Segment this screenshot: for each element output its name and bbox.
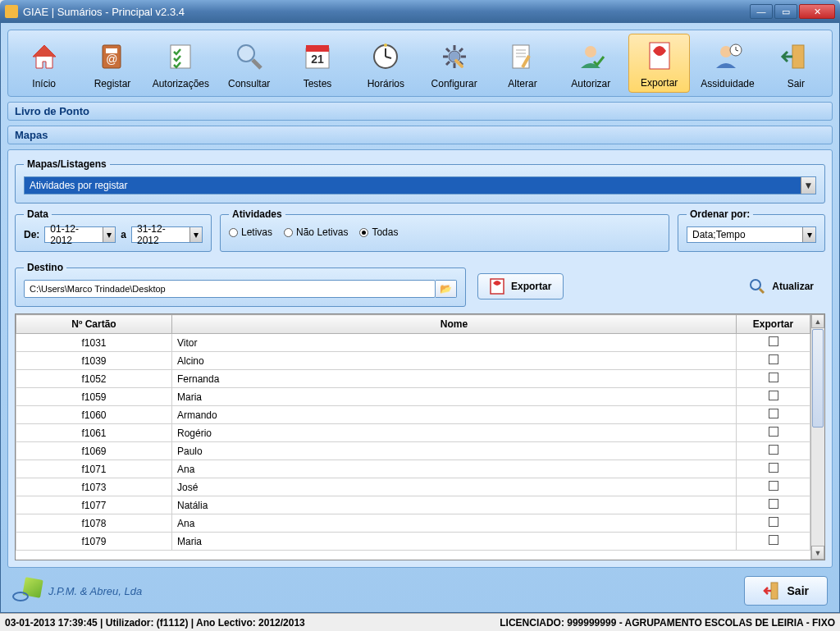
toolbar-label: Autorizar — [571, 78, 610, 89]
scroll-thumb[interactable] — [812, 329, 824, 428]
export-checkbox[interactable] — [769, 336, 778, 346]
cell-cartao: f1071 — [16, 460, 172, 478]
toolbar-label: Horários — [368, 78, 404, 89]
cell-nome: Natália — [172, 496, 737, 514]
toolbar-label: Registar — [94, 78, 131, 89]
table-row[interactable]: f1071Ana — [16, 460, 810, 478]
table-row[interactable]: f1060Armando — [16, 406, 810, 424]
export-checkbox[interactable] — [769, 517, 778, 527]
window-title: GIAE | Sumários - Principal v2.3.4 — [23, 6, 750, 18]
svg-line-20 — [446, 62, 450, 65]
toolbar-alterar[interactable]: Alterar — [491, 34, 553, 93]
scroll-down-icon[interactable]: ▼ — [811, 546, 824, 560]
svg-point-13 — [449, 51, 460, 62]
toolbar-registar[interactable]: @Registar — [81, 34, 143, 93]
cell-cartao: f1039 — [16, 352, 172, 370]
table-row[interactable]: f1059Maria — [16, 388, 810, 406]
app-icon — [5, 5, 18, 18]
cell-cartao: f1031 — [16, 334, 172, 352]
sair-button[interactable]: Sair — [744, 576, 828, 606]
radio-não-letivas[interactable]: Não Letivas — [284, 226, 348, 238]
col-header-cartao[interactable]: Nº Cartão — [16, 315, 172, 334]
scroll-up-icon[interactable]: ▲ — [811, 314, 824, 328]
ordenar-group: Ordenar por: Data;Tempo ▾ — [678, 208, 825, 252]
svg-point-36 — [751, 280, 760, 290]
checklist-icon — [162, 39, 199, 75]
company-branding: J.P.M. & Abreu, Lda — [12, 578, 142, 603]
home-icon — [26, 39, 62, 75]
cell-export — [737, 388, 810, 406]
cell-export — [737, 478, 810, 496]
export-checkbox[interactable] — [769, 354, 778, 364]
vertical-scrollbar[interactable]: ▲ ▼ — [810, 314, 824, 560]
table-row[interactable]: f1079Maria — [16, 533, 810, 551]
minimize-button[interactable]: — — [750, 4, 773, 19]
table-row[interactable]: f1039Alcino — [16, 352, 810, 370]
label-a: a — [121, 229, 126, 240]
chevron-down-icon: ▾ — [103, 227, 115, 242]
cell-nome: Fernanda — [172, 370, 737, 388]
svg-text:21: 21 — [311, 53, 324, 66]
mapas-listagens-group: Mapas/Listagens Atividades por registar … — [15, 158, 825, 203]
table-row[interactable]: f1077Natália — [16, 496, 810, 514]
toolbar-autorizacoes[interactable]: Autorizações — [150, 34, 212, 93]
toolbar-inicio[interactable]: Início — [13, 34, 75, 93]
exportar-button[interactable]: Exportar — [477, 273, 564, 299]
atividades-legend: Atividades — [229, 208, 285, 220]
export-checkbox[interactable] — [769, 427, 778, 437]
cell-cartao: f1061 — [16, 424, 172, 442]
browse-button[interactable]: 📂 — [436, 280, 457, 298]
export-checkbox[interactable] — [769, 391, 778, 400]
cell-cartao: f1079 — [16, 533, 172, 551]
toolbar-exportar[interactable]: Exportar — [628, 34, 690, 93]
ordenar-select[interactable]: Data;Tempo ▾ — [687, 226, 816, 243]
company-name: J.P.M. & Abreu, Lda — [48, 585, 142, 597]
svg-rect-34 — [792, 45, 804, 68]
toolbar-sair[interactable]: Sair — [765, 34, 827, 93]
toolbar-label: Assiduidade — [701, 78, 754, 89]
cell-nome: Ana — [172, 514, 737, 533]
cell-cartao: f1073 — [16, 478, 172, 496]
table-row[interactable]: f1069Paulo — [16, 442, 810, 460]
cell-nome: Rogério — [172, 424, 737, 442]
section-livro-de-ponto: Livro de Ponto — [7, 102, 833, 121]
radio-icon — [284, 228, 293, 237]
export-checkbox[interactable] — [769, 481, 778, 491]
atualizar-button[interactable]: Atualizar — [737, 273, 825, 299]
date-from-select[interactable]: 01-12-2012 ▾ — [44, 226, 116, 243]
toolbar-horarios[interactable]: Horários — [355, 34, 417, 93]
svg-line-37 — [760, 289, 764, 293]
toolbar-testes[interactable]: 21Testes — [286, 34, 348, 93]
col-header-exportar[interactable]: Exportar — [737, 315, 810, 334]
table-row[interactable]: f1031Vitor — [16, 334, 810, 352]
export-checkbox[interactable] — [769, 535, 778, 545]
mapas-dropdown[interactable]: Atividades por registar ▼ — [24, 176, 816, 194]
toolbar-assiduidade[interactable]: Assiduidade — [696, 34, 758, 93]
destino-group: Destino C:\Users\Marco Trindade\Desktop … — [15, 262, 466, 307]
export-checkbox[interactable] — [769, 499, 778, 509]
date-to-select[interactable]: 31-12-2012 ▾ — [131, 226, 203, 243]
export-checkbox[interactable] — [769, 445, 778, 455]
radio-todas[interactable]: Todas — [359, 226, 398, 238]
radio-letivas[interactable]: Letivas — [229, 226, 272, 238]
export-checkbox[interactable] — [769, 409, 778, 418]
svg-line-18 — [446, 48, 450, 52]
cell-export — [737, 496, 810, 514]
destino-path-input[interactable]: C:\Users\Marco Trindade\Desktop — [24, 280, 436, 298]
maximize-button[interactable]: ▭ — [774, 4, 797, 19]
table-row[interactable]: f1073José — [16, 478, 810, 496]
export-checkbox[interactable] — [769, 373, 778, 382]
col-header-nome[interactable]: Nome — [172, 315, 737, 334]
table-row[interactable]: f1052Fernanda — [16, 370, 810, 388]
close-button[interactable]: ✕ — [799, 4, 835, 19]
toolbar-configurar[interactable]: Configurar — [423, 34, 485, 93]
cell-cartao: f1060 — [16, 406, 172, 424]
svg-point-12 — [384, 43, 387, 47]
toolbar-consultar[interactable]: Consultar — [218, 34, 280, 93]
table-row[interactable]: f1061Rogério — [16, 424, 810, 442]
dropdown-arrow-icon: ▼ — [801, 177, 815, 194]
cell-cartao: f1069 — [16, 442, 172, 460]
toolbar-autorizar[interactable]: Autorizar — [560, 34, 622, 93]
table-row[interactable]: f1078Ana — [16, 514, 810, 533]
export-checkbox[interactable] — [769, 463, 778, 473]
